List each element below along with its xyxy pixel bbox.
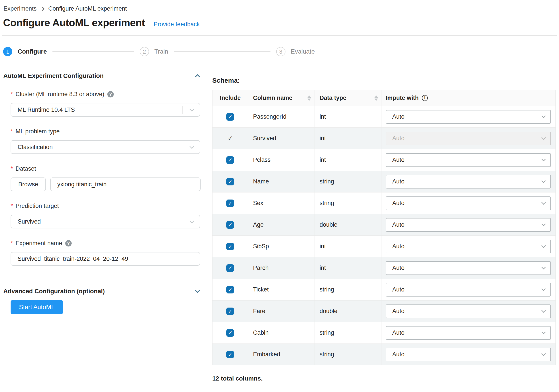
experiment-name-input[interactable]: Survived_titanic_train-2022_04_20-12_49	[10, 252, 200, 266]
include-cell: ✓	[213, 257, 248, 279]
include-checkbox[interactable]: ✓	[226, 329, 234, 337]
table-row: ✓ Fare double Auto	[213, 300, 556, 322]
include-checkbox[interactable]: ✓	[226, 199, 234, 207]
include-checkbox[interactable]: ✓	[226, 243, 234, 250]
table-row: ✓ Embarked string Auto	[213, 344, 556, 365]
header-impute-with: Impute with i	[382, 90, 556, 106]
browse-button[interactable]: Browse	[10, 177, 46, 191]
include-cell: ✓	[213, 279, 248, 300]
impute-select[interactable]: Auto	[386, 348, 551, 361]
include-checkbox[interactable]: ✓	[226, 308, 234, 315]
step-1-label: Configure	[18, 48, 47, 55]
help-icon[interactable]: ?	[65, 240, 72, 246]
required-marker: *	[10, 128, 13, 135]
table-row: ✓ SibSp int Auto	[213, 236, 556, 257]
advanced-config-section-header[interactable]: Advanced Configuration (optional)	[3, 288, 201, 295]
include-checkbox[interactable]: ✓	[226, 264, 234, 272]
dataset-input-value: yxiong.titanic_train	[57, 181, 107, 188]
collapse-chevron-up-icon[interactable]	[195, 74, 201, 78]
help-icon[interactable]: ?	[107, 91, 114, 97]
impute-select[interactable]: Auto	[386, 218, 551, 232]
cluster-label: * Cluster (ML runtime 8.3 or above) ?	[10, 91, 201, 98]
breadcrumb-link-experiments[interactable]: Experiments	[3, 5, 37, 12]
column-name-cell: Embarked	[248, 344, 315, 365]
table-row: ✓ PassengerId int Auto	[213, 106, 556, 128]
chevron-down-icon	[541, 330, 546, 334]
chevron-down-icon	[190, 219, 194, 223]
checkmark-icon: ✓	[228, 135, 233, 142]
step-2-label: Train	[154, 48, 168, 55]
step-3-circle: 3	[276, 47, 285, 56]
sort-icon[interactable]	[307, 95, 311, 101]
schema-table-header: Include Column name Data type Impute wit…	[213, 90, 556, 106]
table-row: ✓ Age double Auto	[213, 214, 556, 236]
impute-select[interactable]: Auto	[386, 110, 551, 124]
chevron-down-icon	[541, 351, 546, 356]
impute-select[interactable]: Auto	[386, 305, 551, 318]
impute-select: Auto	[386, 132, 551, 145]
impute-select[interactable]: Auto	[386, 261, 551, 275]
stepper: 1 Configure 2 Train 3 Evaluate	[3, 47, 315, 56]
provide-feedback-link[interactable]: Provide feedback	[154, 21, 200, 28]
include-checkbox[interactable]: ✓	[226, 351, 234, 358]
impute-select[interactable]: Auto	[386, 196, 551, 210]
impute-select[interactable]: Auto	[386, 175, 551, 188]
impute-select[interactable]: Auto	[386, 240, 551, 253]
advanced-section-title: Advanced Configuration (optional)	[3, 288, 105, 295]
include-checkbox[interactable]: ✓	[226, 178, 234, 186]
required-marker: *	[10, 203, 13, 209]
problem-type-select[interactable]: Classification	[10, 140, 200, 154]
chevron-down-icon	[541, 135, 546, 140]
impute-select[interactable]: Auto	[386, 326, 551, 340]
column-name-cell: Ticket	[248, 279, 315, 300]
impute-cell: Auto	[382, 106, 556, 128]
include-checkbox[interactable]: ✓	[226, 286, 234, 293]
header-include: Include	[213, 90, 248, 106]
chevron-down-icon	[541, 200, 546, 205]
header-data-type[interactable]: Data type	[315, 90, 382, 106]
table-row: ✓ Name string Auto	[213, 171, 556, 193]
start-automl-button[interactable]: Start AutoML	[10, 300, 63, 314]
info-icon[interactable]: i	[422, 95, 428, 101]
table-row: ✓ Ticket string Auto	[213, 279, 556, 300]
prediction-target-label: * Prediction target	[10, 203, 201, 209]
include-cell: ✓	[213, 149, 248, 171]
chevron-down-icon	[541, 287, 546, 291]
step-train: 2 Train	[140, 47, 168, 56]
step-configure: 1 Configure	[3, 47, 47, 56]
automl-config-section-header[interactable]: AutoML Experiment Configuration	[3, 72, 201, 79]
table-row: ✓ Pclass int Auto	[213, 149, 556, 171]
sort-icon[interactable]	[374, 95, 378, 101]
chevron-down-icon	[190, 144, 194, 149]
schema-title: Schema:	[212, 77, 556, 84]
prediction-target-select[interactable]: Survived	[10, 215, 200, 228]
impute-select[interactable]: Auto	[386, 283, 551, 297]
data-type-cell: int	[315, 236, 382, 257]
step-evaluate: 3 Evaluate	[276, 47, 315, 56]
dataset-input[interactable]: yxiong.titanic_train	[50, 177, 201, 191]
chevron-down-icon	[541, 222, 546, 226]
include-cell: ✓	[213, 214, 248, 236]
cluster-select[interactable]: ML Runtime 10.4 LTS	[10, 103, 200, 117]
data-type-cell: int	[315, 149, 382, 171]
impute-cell: Auto	[382, 322, 556, 344]
header-column-name[interactable]: Column name	[248, 90, 315, 106]
step-connector	[174, 51, 270, 52]
data-type-cell: string	[315, 279, 382, 300]
impute-select[interactable]: Auto	[386, 153, 551, 167]
data-type-cell: int	[315, 257, 382, 279]
configuration-panel: AutoML Experiment Configuration * Cluste…	[3, 72, 201, 314]
impute-cell: Auto	[382, 149, 556, 171]
chevron-down-icon	[541, 157, 546, 161]
chevron-down-icon	[541, 178, 546, 183]
collapse-chevron-down-icon[interactable]	[195, 289, 201, 293]
include-checkbox[interactable]: ✓	[226, 113, 234, 121]
impute-cell: Auto	[382, 279, 556, 300]
table-row: ✓ Survived int Auto	[213, 128, 556, 149]
include-cell: ✓	[213, 300, 248, 322]
data-type-cell: double	[315, 300, 382, 322]
table-row: ✓ Cabin string Auto	[213, 322, 556, 344]
include-checkbox[interactable]: ✓	[226, 156, 234, 164]
problem-type-label: * ML problem type	[10, 128, 201, 135]
include-checkbox[interactable]: ✓	[226, 221, 234, 229]
